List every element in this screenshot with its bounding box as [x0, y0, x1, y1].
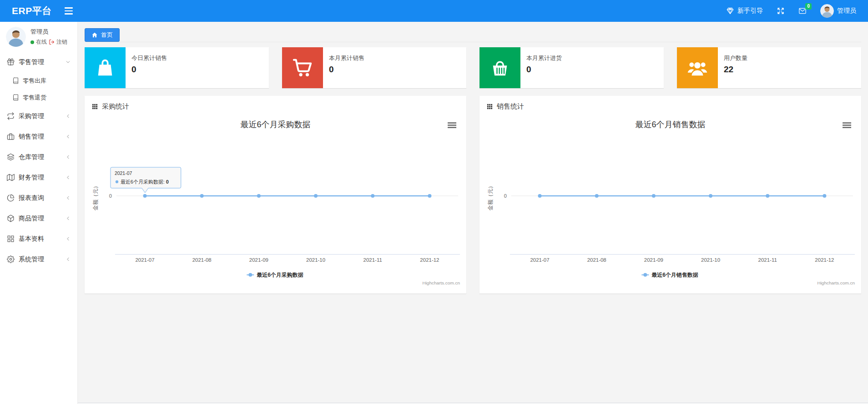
- data-point[interactable]: [766, 194, 769, 198]
- journal-icon: [12, 77, 19, 84]
- data-point[interactable]: [143, 194, 147, 198]
- stat-card-2: 本月累计销售0: [282, 47, 466, 88]
- x-tick-label: 2021-12: [815, 257, 834, 263]
- user-menu[interactable]: 管理员: [820, 4, 856, 18]
- data-point[interactable]: [314, 194, 318, 198]
- logout-link[interactable]: 注销: [56, 38, 67, 46]
- data-point[interactable]: [200, 194, 204, 198]
- chart-context-menu-button[interactable]: [843, 122, 851, 128]
- shopping-bag-icon: [95, 57, 116, 78]
- y-tick-label: 0: [109, 193, 112, 199]
- data-point[interactable]: [652, 194, 656, 198]
- app-logo: ERP平台: [0, 5, 52, 17]
- svg-text:最近6个月采购数据: 0: 最近6个月采购数据: 0: [121, 179, 169, 185]
- stat-card-4: 用户数量22: [677, 47, 861, 88]
- sidebar-item-4[interactable]: 仓库管理: [0, 147, 77, 167]
- legend-label: 最近6个月销售数据: [651, 272, 698, 278]
- stat-card-label: 用户数量: [724, 54, 747, 62]
- grid-icon: [7, 235, 15, 243]
- sidebar-item-7[interactable]: 商品管理: [0, 208, 77, 229]
- sidebar-item-label: 零售管理: [19, 58, 44, 66]
- data-point[interactable]: [257, 194, 261, 198]
- stat-card-1: 今日累计销售0: [85, 47, 269, 88]
- tooltip-header: 2021-07: [115, 171, 132, 176]
- stat-card-text: 今日累计销售0: [126, 47, 172, 88]
- repeat-icon: [7, 112, 15, 120]
- x-tick-label: 2021-07: [530, 257, 549, 263]
- users-icon: [687, 57, 708, 78]
- y-tick-label: 0: [504, 193, 507, 199]
- data-point[interactable]: [371, 194, 374, 198]
- chart-area: 最近6个月采购数据金额（元）02021-072021-082021-092021…: [85, 113, 466, 288]
- chart-panel-title: 采购统计: [102, 102, 129, 111]
- sidebar-item-8[interactable]: 基本资料: [0, 229, 77, 249]
- username: 管理员: [837, 7, 856, 15]
- stat-card-text: 用户数量22: [718, 47, 753, 88]
- stat-card-value: 0: [526, 65, 562, 75]
- chart-panel-2: 销售统计最近6个月销售数据金额（元）02021-072021-082021-09…: [479, 96, 861, 294]
- guide-label: 新手引导: [737, 7, 763, 15]
- stat-card-icon-box: [85, 47, 126, 88]
- chart-title: 最近6个月采购数据: [241, 120, 311, 129]
- x-tick-label: 2021-09: [249, 257, 268, 263]
- gem-icon: [726, 7, 734, 15]
- chevron-left-icon: [65, 256, 71, 262]
- chevron-left-icon: [65, 134, 71, 140]
- chart-panels-row: 采购统计最近6个月采购数据金额（元）02021-072021-082021-09…: [85, 96, 861, 294]
- chart-panel-header: 销售统计: [479, 96, 861, 113]
- online-status-dot: [30, 40, 34, 44]
- sidebar-item-5[interactable]: 财务管理: [0, 167, 77, 188]
- legend-label: 最近6个月采购数据: [257, 272, 303, 278]
- map-icon: [7, 174, 15, 181]
- sidebar-item-3[interactable]: 销售管理: [0, 126, 77, 147]
- data-point[interactable]: [595, 194, 599, 198]
- stat-card-text: 本月累计进货0: [520, 47, 567, 88]
- sidebar-item-9[interactable]: 系统管理: [0, 249, 77, 269]
- x-tick-label: 2021-12: [420, 257, 439, 263]
- legend-marker: [643, 273, 647, 277]
- chart-panel-title: 销售统计: [497, 102, 524, 111]
- briefcase-icon: [7, 133, 15, 140]
- chart-area: 最近6个月销售数据金额（元）02021-072021-082021-092021…: [479, 113, 861, 288]
- sidebar-subitem-1[interactable]: 零售出库: [0, 72, 77, 89]
- sidebar-item-1[interactable]: 零售管理: [0, 52, 77, 72]
- legend-marker: [248, 273, 252, 277]
- data-point[interactable]: [823, 194, 826, 198]
- package-icon: [7, 214, 15, 222]
- data-point[interactable]: [538, 194, 542, 198]
- stat-cards-row: 今日累计销售0本月累计销售0本月累计进货0用户数量22: [85, 47, 861, 88]
- chart-context-menu-button[interactable]: [448, 122, 456, 128]
- tab-home[interactable]: 首页: [85, 28, 120, 42]
- line-chart: 最近6个月销售数据金额（元）02021-072021-082021-092021…: [479, 113, 861, 288]
- guide-link[interactable]: 新手引导: [726, 7, 763, 15]
- sidebar-user-panel: 管理员 在线 注销: [0, 22, 77, 51]
- sidebar-item-2[interactable]: 采购管理: [0, 106, 77, 126]
- y-axis-title: 金额（元）: [487, 183, 494, 211]
- sidebar-item-label: 仓库管理: [19, 153, 44, 161]
- chevron-left-icon: [65, 215, 71, 221]
- main-content: 首页 今日累计销售0本月累计销售0本月累计进货0用户数量22 采购统计最近6个月…: [78, 22, 868, 404]
- y-axis-title: 金额（元）: [92, 183, 99, 211]
- sidebar-toggle-button[interactable]: [65, 7, 73, 15]
- chevron-left-icon: [65, 175, 71, 180]
- data-point[interactable]: [709, 194, 712, 198]
- journal-icon: [12, 94, 19, 101]
- x-tick-label: 2021-07: [135, 257, 154, 263]
- fullscreen-button[interactable]: [777, 7, 785, 15]
- home-icon: [91, 32, 98, 38]
- legend-item[interactable]: 最近6个月销售数据: [641, 272, 698, 278]
- sidebar-item-label: 采购管理: [19, 112, 44, 120]
- top-navbar: ERP平台 新手引导: [0, 0, 868, 22]
- sidebar: 管理员 在线 注销 零售管理零售出库零售退货采购管理销售管理仓库管理财务管理报表…: [0, 22, 78, 404]
- gift-icon: [7, 58, 15, 66]
- stat-card-icon-box: [677, 47, 718, 88]
- legend-item[interactable]: 最近6个月采购数据: [247, 272, 303, 278]
- sidebar-subitem-2[interactable]: 零售退货: [0, 89, 77, 106]
- messages-button[interactable]: 0: [798, 7, 807, 15]
- tooltip-marker: [116, 180, 118, 183]
- x-tick-label: 2021-11: [363, 257, 382, 263]
- tab-bar: 首页: [85, 28, 861, 42]
- data-point[interactable]: [428, 194, 431, 198]
- chart-tooltip: 2021-07最近6个月采购数据: 0: [111, 167, 181, 193]
- sidebar-item-6[interactable]: 报表查询: [0, 188, 77, 208]
